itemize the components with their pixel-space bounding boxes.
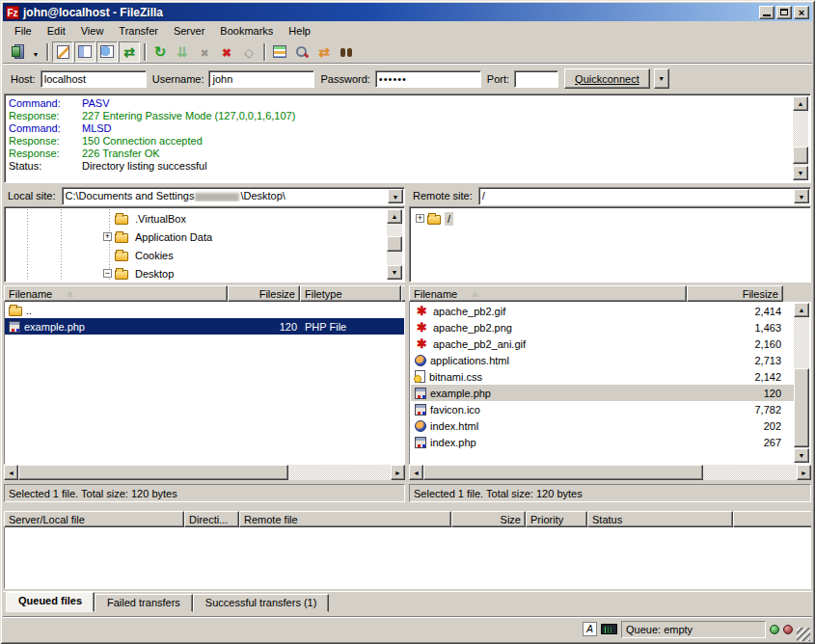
scroll-up-icon[interactable]: ▲ (793, 96, 808, 111)
clear-queue-button[interactable] (238, 41, 259, 63)
tree-item[interactable]: +/ (412, 209, 808, 228)
scroll-right-icon[interactable]: ► (797, 465, 811, 480)
tab-queued-files[interactable]: Queued files (6, 592, 95, 612)
column-header-server-local-file[interactable]: Server/Local file (4, 511, 184, 527)
menu-item-edit[interactable]: Edit (41, 23, 72, 39)
cancel-operation-button[interactable] (194, 41, 215, 63)
file-row[interactable]: example.php120PHP File1 (5, 318, 404, 335)
ascii-data-type-icon[interactable]: A (583, 622, 597, 636)
process-queue-button[interactable] (172, 41, 193, 63)
scroll-right-icon[interactable]: ► (391, 465, 405, 480)
username-input[interactable] (208, 70, 314, 88)
remote-list-scrollbar[interactable]: ▲ ▼ (794, 303, 809, 463)
menu-item-help[interactable]: Help (282, 23, 317, 39)
column-header-filename[interactable]: Filename▲ (4, 285, 228, 302)
file-row[interactable]: apache_pb2_ani.gif2,160 (411, 335, 794, 352)
column-header-remote-file[interactable]: Remote file (239, 511, 451, 527)
tree-item[interactable]: −Desktop (7, 264, 387, 280)
host-input[interactable] (41, 70, 147, 88)
toggle-remote-tree-button[interactable] (96, 41, 118, 63)
collapse-minus-icon[interactable]: − (103, 269, 112, 278)
tree-item[interactable]: +Application Data (7, 228, 387, 246)
scroll-up-icon[interactable]: ▲ (387, 209, 402, 224)
tab-successful-transfers-1-[interactable]: Successful transfers (1) (193, 594, 330, 612)
toggle-local-tree-button[interactable] (74, 41, 95, 63)
scroll-down-icon[interactable]: ▼ (387, 265, 402, 280)
menu-item-transfer[interactable]: Transfer (112, 23, 165, 39)
scroll-down-icon[interactable]: ▼ (793, 166, 808, 180)
column-header-filename[interactable]: Filename▲ (409, 285, 687, 302)
local-tree-scrollbar[interactable]: ▲ ▼ (387, 209, 402, 280)
file-row[interactable]: bitnami.css2,142 (411, 368, 794, 385)
quickconnect-dropdown-button[interactable]: ▼ (654, 68, 669, 89)
title-bar[interactable]: Fz john@localhost - FileZilla × (3, 3, 812, 21)
file-row[interactable]: example.php120 (411, 385, 794, 401)
column-header-filesize[interactable]: Filesize (228, 285, 300, 302)
menu-item-bookmarks[interactable]: Bookmarks (213, 23, 280, 39)
file-row[interactable]: apache_pb2.png1,463 (411, 319, 794, 335)
tree-item[interactable]: .VirtualBox (7, 209, 387, 228)
local-site-combo[interactable]: C:\Documents and Settings\Desktop\ ▼ (62, 187, 405, 205)
maximize-button[interactable] (776, 6, 792, 19)
cancel-operation-icon (197, 44, 212, 60)
file-row[interactable]: index.php267 (411, 434, 794, 450)
column-header-priority[interactable]: Priority (526, 511, 587, 527)
site-manager-dropdown-button[interactable] (29, 41, 42, 63)
expand-plus-icon[interactable]: + (416, 214, 424, 223)
binary-indicator-icon[interactable] (601, 624, 617, 634)
log-scrollbar[interactable]: ▲ ▼ (793, 96, 808, 180)
file-row[interactable]: .. (5, 302, 404, 318)
column-header-directi-[interactable]: Directi... (184, 511, 239, 527)
scroll-left-icon[interactable]: ◄ (4, 465, 18, 480)
scroll-left-icon[interactable]: ◄ (409, 465, 423, 480)
column-header-filetype[interactable]: Filetype (300, 285, 401, 302)
disconnect-button[interactable] (216, 41, 237, 63)
synchronized-browsing-button[interactable] (313, 41, 335, 63)
column-header-l[interactable]: L (401, 285, 405, 302)
directory-comparison-button[interactable] (291, 41, 312, 63)
site-manager-button[interactable] (7, 41, 28, 63)
resize-grip[interactable] (797, 628, 810, 641)
toggle-transfer-queue-button[interactable] (119, 41, 140, 63)
file-row[interactable]: apache_pb2.gif2,414 (411, 303, 794, 319)
column-header-label: Size (501, 514, 521, 525)
column-header-blank[interactable] (733, 511, 811, 527)
menu-item-view[interactable]: View (74, 23, 111, 39)
column-header-size[interactable]: Size (451, 511, 526, 527)
tree-item[interactable]: Cookies (7, 246, 387, 264)
menu-item-file[interactable]: File (8, 23, 39, 39)
scrollbar-thumb[interactable] (387, 236, 402, 252)
tree-item-label: Desktop (132, 267, 177, 281)
file-row[interactable]: favicon.ico7,782 (411, 401, 794, 417)
remote-site-combo[interactable]: / ▼ (478, 187, 811, 205)
menu-item-server[interactable]: Server (167, 23, 211, 39)
close-button[interactable]: × (794, 6, 809, 19)
column-header-filesize[interactable]: Filesize (687, 285, 783, 302)
toggle-message-log-button[interactable] (52, 41, 73, 63)
scrollbar-thumb[interactable] (18, 465, 288, 480)
find-files-button[interactable] (336, 41, 357, 63)
column-header-status[interactable]: Status (587, 511, 733, 527)
local-list-hscrollbar[interactable]: ◄ ► (4, 465, 405, 480)
file-row[interactable]: index.html202 (411, 417, 794, 434)
scroll-up-icon[interactable]: ▲ (794, 303, 809, 317)
combo-dropdown-icon[interactable]: ▼ (794, 189, 809, 203)
port-input[interactable] (514, 70, 558, 88)
quickconnect-button[interactable]: Quickconnect (564, 68, 650, 89)
tab-failed-transfers[interactable]: Failed transfers (95, 594, 193, 612)
combo-dropdown-icon[interactable]: ▼ (388, 189, 403, 203)
file-row[interactable]: applications.html2,713 (411, 352, 794, 368)
password-input[interactable] (375, 70, 481, 88)
scrollbar-thumb[interactable] (423, 465, 703, 480)
scrollbar-thumb[interactable] (794, 368, 809, 447)
remote-list-hscrollbar[interactable]: ◄ ► (409, 465, 811, 480)
scrollbar-thumb[interactable] (793, 147, 808, 164)
tree-item-label: / (445, 212, 453, 226)
directory-filters-button[interactable] (269, 41, 290, 63)
scroll-down-icon[interactable]: ▼ (794, 448, 809, 463)
minimize-button[interactable] (759, 6, 774, 19)
expand-plus-icon[interactable]: + (103, 232, 112, 241)
filename-label: index.html (430, 420, 478, 432)
refresh-button[interactable] (149, 41, 171, 63)
column-header-label: Remote file (244, 514, 298, 525)
